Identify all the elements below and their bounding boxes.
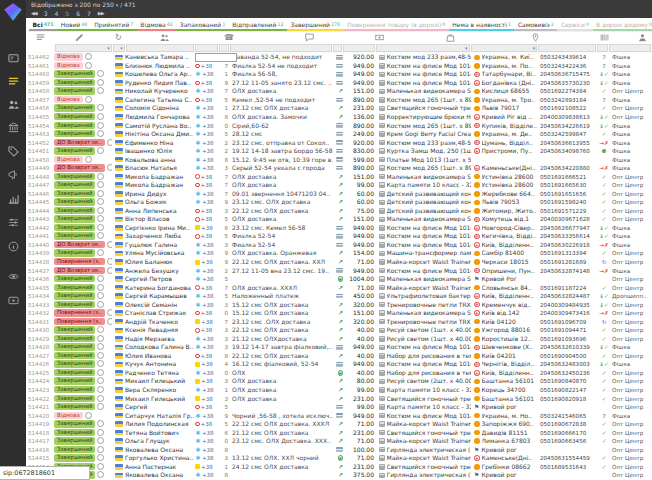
tracking-number[interactable]: 20450632824487 — [539, 292, 598, 300]
preview-icon[interactable] — [0, 268, 26, 284]
phone-value[interactable]: +38 — [202, 147, 214, 155]
tab-Повернення товару (в дорозі)[interactable]: Повернення товару (в дорозі)0 — [344, 19, 449, 32]
phone-value[interactable]: +38 — [202, 446, 214, 454]
tracking-number[interactable] — [539, 446, 598, 454]
phone-value[interactable]: +38 — [201, 395, 213, 403]
phone-value[interactable]: +38 — [202, 122, 214, 130]
tracking-number[interactable]: 20450635730230 — [539, 79, 598, 87]
table-row[interactable]: 514420 Відмова Ситарчук Наталія Гр.. ∗+3… — [26, 411, 652, 420]
table-row[interactable]: 514436 Завершений Сергей Петров ∗+38 5 ₴… — [26, 275, 652, 284]
table-row[interactable]: 514438 Повернення (з.. Юлия Баланюк +38 … — [26, 258, 652, 267]
table-row[interactable]: 514424 Завершений Михаил Гилецький +38 3… — [26, 377, 652, 386]
filter-cell-nm[interactable] — [126, 44, 195, 52]
table-row[interactable]: 514452 ДО Возврат ок.. Єфименко Ніна ∗+3… — [26, 138, 652, 147]
tracking-number[interactable]: 20400309484935 — [539, 301, 598, 309]
phone-value[interactable]: +38 — [202, 292, 214, 300]
filter-cell-cm[interactable] — [230, 44, 332, 52]
sip-link[interactable]: sip:0672818601 — [3, 469, 55, 477]
tracking-number[interactable]: 20400309671628 — [539, 215, 598, 223]
phone-value[interactable]: +38 — [202, 275, 214, 283]
phone-value[interactable]: +38 — [202, 241, 214, 249]
tracking-number[interactable]: 0501691096709 — [539, 318, 598, 326]
filter-cell-addr[interactable]: ▾ — [471, 44, 538, 52]
phone-value[interactable]: +38 — [202, 471, 214, 479]
phone-value[interactable]: +38 — [202, 429, 214, 437]
tab-Відмова[interactable]: Відмова42 — [137, 19, 176, 32]
page-button[interactable]: 3 — [44, 10, 48, 17]
phone-value[interactable]: +38 — [202, 139, 214, 147]
page-button[interactable]: 5 — [65, 10, 69, 17]
phone-value[interactable]: +38 — [202, 190, 214, 198]
tab-Запакований[interactable]: Запакований1 — [176, 19, 228, 32]
tracking-number[interactable]: 20450632450236 — [539, 369, 598, 377]
tracking-number[interactable]: 0501691598240 — [539, 198, 598, 206]
tracking-number[interactable]: 0503243422436 — [539, 62, 598, 70]
tracking-number[interactable]: 0501691571229 — [539, 207, 598, 215]
sync-column-icon[interactable]: ↻ — [115, 33, 122, 43]
page-button[interactable]: 7 — [87, 10, 91, 17]
table-row[interactable]: 514425 Завершений Радченко Тетяна ∗+38 0… — [26, 369, 652, 378]
phone-value[interactable]: +38 — [202, 164, 214, 172]
phone-value[interactable]: +38 — [202, 386, 214, 394]
table-row[interactable]: 514434 Завершений Сергей Карамышев ∗+38 … — [26, 292, 652, 301]
app-logo-icon[interactable] — [3, 2, 23, 20]
filter-cell-ph[interactable] — [195, 44, 218, 52]
tracking-number[interactable]: 0503242893184 — [539, 96, 598, 104]
tracking-number[interactable]: 0503242599847 — [539, 130, 598, 138]
page-button[interactable]: 4 — [55, 10, 59, 17]
phone-value[interactable]: +38 — [202, 335, 214, 343]
phone-value[interactable]: +38 — [201, 284, 213, 292]
tracking-number[interactable]: 20450636677947 — [539, 224, 598, 232]
phone-value[interactable]: +38 — [201, 62, 213, 70]
phone-value[interactable]: +38 — [202, 267, 214, 275]
phone-column-icon[interactable]: ☎ — [224, 33, 234, 43]
table-row[interactable]: 514442 Завершений Сергієнко Ірина Ми.. +… — [26, 224, 652, 233]
tracking-number[interactable]: 0501692274384 — [539, 87, 598, 95]
tracking-number[interactable]: 0501691281689 — [539, 258, 598, 266]
orders-icon[interactable] — [0, 73, 26, 89]
phone-value[interactable]: +38 — [202, 70, 214, 78]
tracking-number[interactable] — [539, 471, 598, 479]
table-row[interactable]: 514422 Завершений Михаил Гилецький +38 3… — [26, 394, 652, 403]
tracking-number[interactable]: 0503241546065 — [539, 412, 598, 420]
tracking-number[interactable]: 20450634220880 — [539, 164, 598, 172]
table-row[interactable]: 514437 ДО Возврат ок.. Анжела Безушку ∗+… — [26, 266, 652, 275]
phone-value[interactable]: +38 — [201, 326, 213, 334]
phone-cell-editor[interactable] — [195, 53, 237, 62]
phone-value[interactable]: +38 — [202, 369, 214, 377]
tracking-number[interactable]: 20400309473416 — [539, 309, 598, 317]
filter-cell-src[interactable] — [609, 44, 651, 52]
tab-Прийнятий[interactable]: Прийнятий7 — [91, 19, 137, 32]
tracking-number[interactable]: 0501691093696 — [539, 335, 598, 343]
table-row[interactable]: 514433 Завершений Олексій Семанін ∗+38 3… — [26, 300, 652, 309]
filter-cell-ts[interactable] — [597, 44, 608, 52]
table-row[interactable]: 514428 Завершений Солодкова Галина В.. ∗… — [26, 343, 652, 352]
phone-value[interactable]: +38 — [201, 352, 213, 360]
phone-value[interactable]: +38 — [202, 249, 214, 257]
phone-value[interactable]: +38 — [202, 437, 214, 445]
tab-Завершений[interactable]: Завершений278 — [287, 19, 344, 32]
table-row[interactable]: 514429 Завершений Надія Мерзаєва ∗+38 3 … — [26, 335, 652, 344]
phone-value[interactable]: +38 — [201, 420, 213, 428]
page-button[interactable]: 6 — [76, 10, 80, 17]
filter-cell-trk[interactable] — [538, 44, 596, 52]
filter-cell-n[interactable] — [219, 44, 229, 52]
table-row[interactable]: 514414 Завершений Анна Пастернак +38 1 2… — [26, 463, 652, 472]
tracking-number[interactable]: 20450632483003 — [539, 360, 598, 368]
table-row[interactable]: 514416 Завершений Яковалева Оксана ∗+38 … — [26, 445, 652, 454]
table-row[interactable]: 514461 Відмова Близнюк Людмила .. +38 7 … — [26, 62, 652, 71]
tracking-number[interactable]: 0501690822147 — [539, 386, 598, 394]
tracking-number[interactable]: 0501692108522 — [539, 104, 598, 112]
tracking-number[interactable]: 20450636715475 — [539, 70, 598, 78]
table-row[interactable]: 514457 Відмова Салегина Татьяна С.. +38 … — [26, 96, 652, 105]
table-row[interactable]: 514415 Завершений Горгулько Христина.. ∗… — [26, 454, 652, 463]
marketing-icon[interactable] — [0, 166, 26, 182]
phone-value[interactable]: +38 — [202, 454, 214, 462]
tracking-number[interactable]: 20450633356614 — [539, 232, 598, 240]
dashboard-icon[interactable] — [0, 50, 26, 66]
tracking-number[interactable]: 20450630226918 — [539, 241, 598, 249]
phone-value[interactable]: +38 — [201, 173, 213, 181]
tracking-number[interactable] — [539, 156, 598, 164]
table-row[interactable]: 514456 Завершений Соломія Сідоніна ∗+38 … — [26, 104, 652, 113]
tracking-number[interactable]: 0501691666521 — [539, 173, 598, 181]
